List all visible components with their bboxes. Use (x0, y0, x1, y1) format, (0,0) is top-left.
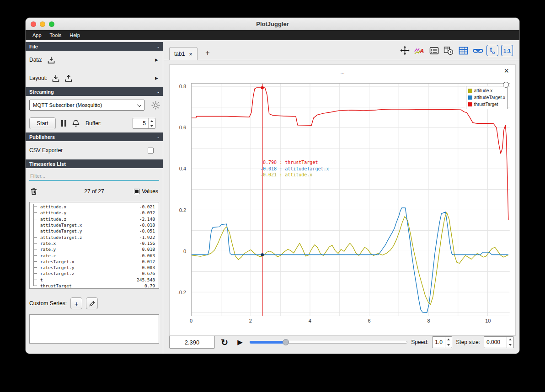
streaming-settings-gear-icon[interactable] (151, 101, 160, 110)
timeseries-filter-input[interactable] (29, 172, 159, 181)
timeseries-item[interactable]: ratesTarget.y-0.003 (33, 265, 159, 270)
timeseries-item[interactable]: t245.548 (33, 277, 159, 283)
link-axes-icon[interactable] (472, 45, 484, 56)
publishers-collapse-button[interactable]: - (157, 134, 159, 140)
main-area: tab1 × + A (164, 40, 519, 354)
timeseries-item[interactable]: ratesTarget.z0.676 (33, 270, 159, 276)
legend-entry[interactable]: attitude.x (468, 87, 505, 94)
streaming-source-select[interactable]: MQTT Subscriber (Mosquitto) (29, 100, 144, 111)
ratio-1-1-button[interactable]: 1:1 (501, 45, 513, 56)
file-section-title: File (29, 44, 38, 49)
timeseries-name: attitudeTarget.z (40, 235, 82, 240)
legend-label: thrustTarget (474, 102, 498, 107)
add-custom-series-button[interactable]: + (70, 297, 82, 309)
step-up-button[interactable] (507, 337, 513, 342)
close-window-button[interactable] (31, 21, 36, 27)
layout-expand-chevron[interactable]: ▶ (155, 76, 158, 80)
tree-branch-icon (33, 277, 39, 283)
timeseries-item[interactable]: attitude.x-0.021 (33, 204, 159, 210)
speed-down-button[interactable] (445, 342, 452, 348)
speed-spinbox[interactable]: 1.0 (432, 336, 452, 348)
timeseries-value: -2.148 (139, 217, 159, 222)
legend-entry[interactable]: attitudeTarget.x (468, 94, 505, 101)
values-toggle[interactable]: Values (134, 188, 158, 195)
timeseries-item[interactable]: attitude.y-0.032 (33, 210, 159, 216)
tree-branch-icon (33, 270, 39, 276)
timeseries-value: 0.676 (142, 271, 159, 276)
step-down-button[interactable] (507, 342, 513, 348)
custom-series-list[interactable] (29, 314, 159, 344)
save-layout-icon[interactable] (64, 74, 73, 82)
plot-close-icon[interactable]: × (504, 67, 509, 75)
values-checkbox[interactable] (134, 189, 139, 194)
x-tick-label: 2 (249, 318, 252, 323)
tab-tab1[interactable]: tab1 × (169, 47, 198, 60)
csv-exporter-row: CSV Exporter (26, 141, 163, 159)
grid-lines (192, 84, 510, 316)
add-tab-button[interactable]: + (202, 48, 213, 58)
load-data-icon[interactable] (47, 56, 55, 64)
buffer-up-button[interactable] (149, 118, 155, 123)
timeseries-name: t (40, 277, 43, 282)
timeseries-item[interactable]: attitudeTarget.y-0.051 (33, 228, 159, 234)
time-offset-t0-button[interactable]: tO (486, 45, 498, 56)
tree-branch-icon (33, 216, 39, 222)
pan-zoom-icon[interactable] (399, 45, 411, 56)
menu-tools[interactable]: Tools (46, 30, 66, 40)
tracker-annotation-line: 0.790 : thrustTarget (260, 159, 329, 166)
time-slider[interactable] (250, 336, 407, 348)
grid-layout-icon[interactable] (457, 45, 469, 56)
legend-toggle-circle[interactable] (503, 82, 509, 88)
legend-entry[interactable]: thrustTarget (468, 101, 505, 108)
notifications-bell-icon[interactable] (72, 119, 80, 127)
timeseries-value: 0.012 (142, 259, 159, 264)
datetime-icon[interactable] (443, 45, 454, 56)
tab-close-icon[interactable]: × (189, 51, 192, 57)
zoom-window-button[interactable] (49, 21, 54, 27)
step-size-spinbox[interactable]: 0.000 (484, 336, 514, 348)
y-tick-label: 0.4 (171, 166, 186, 171)
timeseries-item[interactable]: thrustTarget0.79 (33, 283, 159, 289)
streaming-collapse-button[interactable]: - (157, 89, 159, 95)
plotjuggler-window: PlotJuggler App Tools Help File - Data: … (25, 17, 520, 354)
plot-style-icon[interactable]: A (413, 45, 425, 56)
speed-up-button[interactable] (445, 337, 452, 342)
tree-branch-icon (33, 265, 39, 270)
edit-custom-series-button[interactable] (86, 297, 98, 309)
timeseries-item[interactable]: attitude.z-2.148 (33, 216, 159, 222)
buffer-down-button[interactable] (149, 123, 155, 128)
file-collapse-button[interactable]: - (157, 44, 159, 49)
timeseries-value: 0.018 (142, 247, 159, 252)
timeseries-item[interactable]: ratesTarget.x0.012 (33, 259, 159, 265)
plot-canvas[interactable]: attitude.xattitudeTarget.xthrustTarget 0… (191, 83, 510, 316)
publishers-section-title: Publishers (29, 134, 55, 140)
timeseries-item[interactable]: attitudeTarget.x-0.018 (33, 222, 159, 228)
y-tick-label: 0.2 (171, 207, 186, 213)
legend-list-icon[interactable] (428, 45, 440, 56)
start-streaming-button[interactable]: Start (29, 117, 56, 129)
timeseries-name: ratesTarget.z (40, 271, 74, 276)
layout-label: Layout: (29, 75, 47, 81)
timeseries-name: attitude.x (40, 204, 66, 209)
loop-playback-button[interactable]: ↺ (219, 336, 230, 348)
menu-help[interactable]: Help (65, 30, 84, 40)
csv-exporter-checkbox[interactable] (148, 148, 154, 154)
timeseries-item[interactable]: rate.x-0.156 (33, 240, 159, 246)
minimize-window-button[interactable] (40, 21, 45, 27)
play-button[interactable]: ▶ (234, 336, 246, 348)
slider-handle[interactable] (283, 339, 289, 345)
play-icon: ▶ (237, 338, 243, 346)
timeseries-item[interactable]: attitudeTarget.z-1.922 (33, 234, 159, 240)
data-expand-chevron[interactable]: ▶ (155, 58, 158, 62)
series-attitudeTarget.x (192, 208, 508, 313)
load-layout-icon[interactable] (52, 74, 60, 82)
current-time-display[interactable]: 2.390 (169, 336, 215, 349)
pause-icon[interactable] (61, 120, 66, 127)
timeseries-name: ratesTarget.x (40, 259, 74, 264)
buffer-spinbox[interactable]: 5 (133, 118, 155, 129)
menu-app[interactable]: App (28, 30, 46, 40)
timeseries-item[interactable]: rate.z-0.063 (33, 252, 159, 258)
timeseries-name: ratesTarget.y (40, 265, 74, 270)
timeseries-item[interactable]: rate.y0.018 (33, 246, 159, 252)
timeseries-name: attitudeTarget.y (40, 228, 82, 233)
